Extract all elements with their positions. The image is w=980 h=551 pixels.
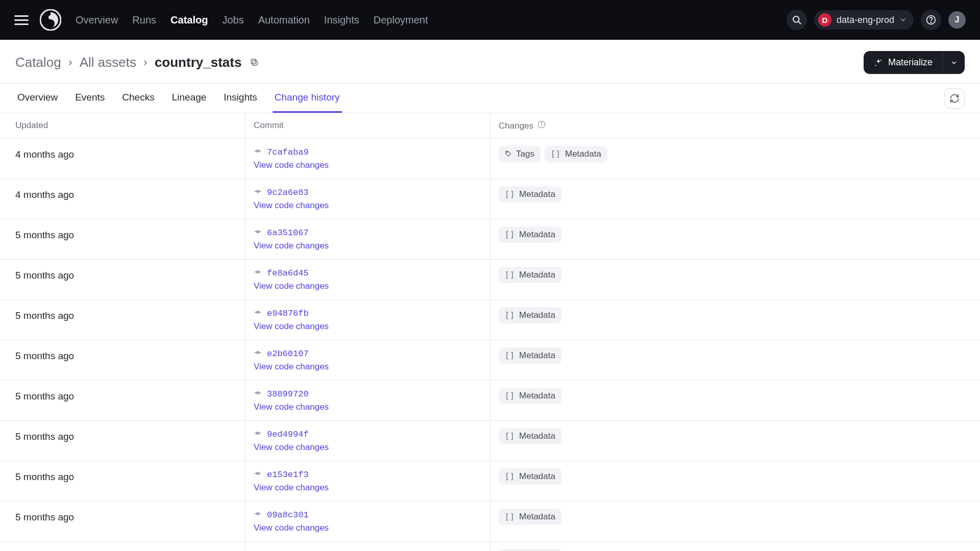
cell-updated: 5 months ago	[0, 502, 245, 541]
commit-hash-link[interactable]: 9c2a6e83	[267, 188, 309, 197]
tab-checks[interactable]: Checks	[120, 84, 156, 113]
top-nav: OverviewRunsCatalogJobsAutomationInsight…	[0, 0, 980, 40]
nav-link-insights[interactable]: Insights	[324, 14, 359, 26]
commit-hash-link[interactable]: fe8a6d45	[267, 268, 309, 278]
commit-icon	[254, 469, 262, 480]
metadata-chip[interactable]: []Metadata	[499, 509, 561, 525]
breadcrumb-parent[interactable]: All assets	[80, 55, 136, 70]
materialize-button[interactable]: Materialize	[864, 51, 943, 74]
logo[interactable]	[40, 9, 61, 31]
commit-hash-link[interactable]: e94876fb	[267, 309, 309, 318]
commit-hash-link[interactable]: 7cafaba9	[267, 147, 309, 157]
materialize-dropdown[interactable]	[943, 51, 965, 74]
view-code-changes-link[interactable]: View code changes	[254, 281, 329, 291]
table-row: 5 months agoe94876fbView code changes[]M…	[0, 300, 980, 340]
commit-hash-link[interactable]: 38899720	[267, 389, 309, 399]
metadata-chip[interactable]: []Metadata	[499, 549, 561, 551]
nav-link-overview[interactable]: Overview	[76, 14, 118, 26]
commit-hash-link[interactable]: e2b60107	[267, 349, 309, 359]
view-code-changes-link[interactable]: View code changes	[254, 402, 329, 412]
metadata-chip[interactable]: []Metadata	[499, 347, 561, 364]
cell-updated: 5 months ago	[0, 421, 245, 461]
table-row: 5 months ago9ed4994fView code changes[]M…	[0, 421, 980, 461]
commit-hash-link[interactable]: e153e1f3	[267, 470, 309, 480]
table-row: 5 months agoe2b60107View code changes[]M…	[0, 340, 980, 381]
search-icon[interactable]	[787, 10, 807, 30]
nav-link-jobs[interactable]: Jobs	[222, 14, 243, 26]
cell-commit: 9ed4994fView code changes	[245, 421, 490, 461]
nav-link-catalog[interactable]: Catalog	[170, 14, 208, 26]
metadata-chip[interactable]: []Metadata	[499, 428, 561, 444]
tags-chip[interactable]: Tags	[499, 146, 541, 162]
cell-updated: 5 months ago	[0, 461, 245, 501]
table-body[interactable]: 4 months ago7cafaba9View code changesTag…	[0, 139, 980, 551]
tab-events[interactable]: Events	[73, 84, 107, 113]
tab-insights[interactable]: Insights	[222, 84, 259, 113]
nav-right: D data-eng-prod J	[787, 10, 966, 30]
brackets-icon: []	[505, 311, 515, 320]
brackets-icon: []	[505, 190, 515, 199]
info-icon[interactable]	[537, 120, 546, 131]
cell-updated: 5 months ago	[0, 542, 245, 551]
chevron-down-icon	[899, 16, 906, 23]
metadata-chip[interactable]: []Metadata	[499, 388, 561, 404]
metadata-chip[interactable]: []Metadata	[499, 186, 561, 203]
metadata-chip[interactable]: []Metadata	[499, 468, 561, 485]
org-selector[interactable]: D data-eng-prod	[814, 10, 914, 30]
nav-link-deployment[interactable]: Deployment	[374, 14, 428, 26]
metadata-label: Metadata	[565, 149, 601, 159]
metadata-chip[interactable]: []Metadata	[499, 227, 561, 243]
materialize-label: Materialize	[888, 57, 933, 68]
nav-link-automation[interactable]: Automation	[258, 14, 310, 26]
view-code-changes-link[interactable]: View code changes	[254, 442, 329, 453]
tab-lineage[interactable]: Lineage	[170, 84, 209, 113]
metadata-label: Metadata	[519, 512, 555, 522]
col-header-updated: Updated	[0, 113, 245, 138]
copy-icon[interactable]	[250, 55, 259, 70]
user-avatar[interactable]: J	[948, 11, 966, 29]
chevron-right-icon	[66, 55, 75, 70]
metadata-label: Metadata	[519, 230, 555, 240]
tab-overview[interactable]: Overview	[15, 84, 60, 113]
svg-point-25	[257, 311, 259, 313]
svg-point-11	[541, 122, 542, 123]
commit-hash-link[interactable]: 9ed4994f	[267, 430, 309, 439]
cell-changes: []Metadata	[490, 381, 980, 420]
view-code-changes-link[interactable]: View code changes	[254, 362, 329, 372]
materialize-group: Materialize	[864, 51, 965, 74]
view-code-changes-link[interactable]: View code changes	[254, 241, 329, 251]
cell-commit: 9c2a6e83View code changes	[245, 179, 490, 219]
svg-line-2	[798, 21, 800, 23]
metadata-chip[interactable]: []Metadata	[499, 267, 561, 283]
view-code-changes-link[interactable]: View code changes	[254, 523, 329, 533]
table-header: Updated Commit Changes	[0, 113, 980, 139]
nav-link-runs[interactable]: Runs	[132, 14, 156, 26]
cell-commit: 09a8c301View code changes	[245, 502, 490, 541]
page-header: Catalog All assets country_stats Materia…	[0, 40, 980, 83]
cell-updated: 5 months ago	[0, 300, 245, 340]
svg-point-8	[875, 65, 876, 66]
svg-point-40	[257, 513, 259, 515]
menu-icon[interactable]	[14, 13, 29, 27]
help-icon[interactable]	[921, 10, 941, 30]
view-code-changes-link[interactable]: View code changes	[254, 160, 329, 170]
commit-hash-link[interactable]: 6a351067	[267, 228, 309, 238]
refresh-button[interactable]	[944, 88, 965, 109]
svg-rect-5	[253, 61, 257, 65]
cell-commit: 6a351067View code changes	[245, 219, 490, 259]
view-code-changes-link[interactable]: View code changes	[254, 483, 329, 493]
view-code-changes-link[interactable]: View code changes	[254, 201, 329, 211]
commit-icon	[254, 510, 262, 520]
cell-commit: e2b60107View code changes	[245, 340, 490, 380]
metadata-label: Metadata	[519, 270, 555, 280]
table-row: 5 months agod0abda02View code changes[]M…	[0, 542, 980, 551]
view-code-changes-link[interactable]: View code changes	[254, 321, 329, 332]
metadata-chip[interactable]: []Metadata	[545, 146, 607, 162]
col-header-changes: Changes	[490, 113, 980, 138]
commit-hash-link[interactable]: 09a8c301	[267, 510, 309, 520]
tab-change-history[interactable]: Change history	[273, 84, 342, 113]
breadcrumb-root[interactable]: Catalog	[15, 55, 61, 70]
table-row: 4 months ago9c2a6e83View code changes[]M…	[0, 179, 980, 219]
metadata-chip[interactable]: []Metadata	[499, 307, 561, 323]
chevron-right-icon	[141, 55, 150, 70]
